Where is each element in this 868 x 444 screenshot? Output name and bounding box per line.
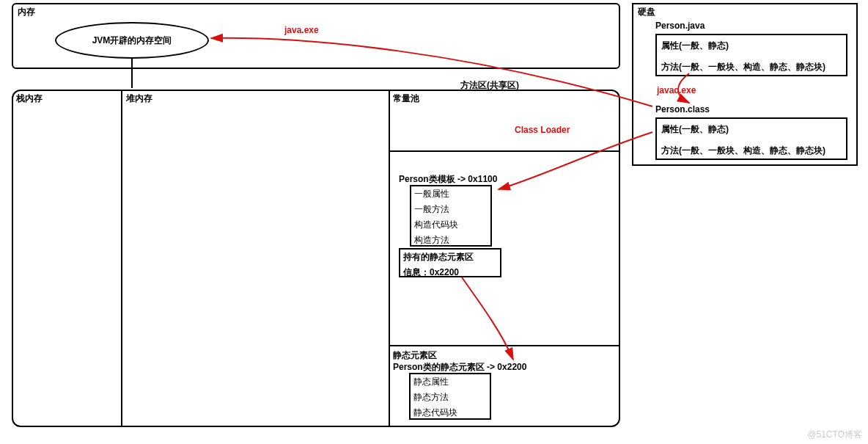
template-row-3: 构造代码块 (411, 217, 490, 233)
disk-box: 硬盘 Person.java 属性(一般、静态) 方法(一般、一般块、构造、静态… (632, 3, 858, 166)
static-row-1: 静态属性 (411, 374, 490, 390)
template-header: Person类模板 -> 0x1100 (399, 173, 497, 186)
memory-main-box (12, 90, 620, 427)
class-attrs-box: 属性(一般、静态) 方法(一般、一般块、构造、静态、静态块) (655, 117, 847, 160)
heap-divider (389, 90, 390, 427)
template-row-4: 构造方法 (411, 233, 490, 248)
static-row-2: 静态方法 (411, 390, 490, 405)
watermark: @51CTO博客 (807, 429, 862, 441)
person-class-label: Person.class (655, 104, 710, 114)
disk-title: 硬盘 (638, 6, 655, 18)
stack-divider (121, 90, 122, 427)
heap-label: 堆内存 (126, 92, 152, 105)
javac-exe-label: javac.exe (657, 85, 696, 95)
java-box1: 属性(一般、静态) (657, 35, 846, 57)
static-hold-box: 持有的静态元素区 信息：0x2200 (399, 248, 501, 277)
static-hold-info: 信息：0x2200 (400, 265, 500, 280)
class-box2: 方法(一般、一般块、构造、静态、静态块) (657, 140, 846, 161)
java-exe-label: java.exe (284, 25, 319, 35)
jvm-ellipse: JVM开辟的内存空间 (55, 22, 209, 59)
java-box2: 方法(一般、一般块、构造、静态、静态块) (657, 57, 846, 78)
class-loader-label: Class Loader (515, 125, 570, 135)
const-pool-divider (389, 150, 620, 152)
constant-pool-label: 常量池 (393, 92, 419, 105)
memory-title: 内存 (18, 6, 35, 18)
stack-label: 栈内存 (16, 92, 43, 105)
template-row-1: 一般属性 (411, 186, 490, 202)
static-hold-header: 持有的静态元素区 (400, 250, 500, 265)
jvm-ellipse-label: JVM开辟的内存空间 (92, 34, 172, 47)
static-rows-box: 静态属性 静态方法 静态代码块 (409, 373, 491, 420)
class-box1: 属性(一般、静态) (657, 119, 846, 140)
static-person-header: Person类的静态元素区 -> 0x2200 (393, 361, 526, 374)
java-attrs-box: 属性(一般、静态) 方法(一般、一般块、构造、静态、静态块) (655, 34, 847, 76)
static-row-3: 静态代码块 (411, 405, 490, 421)
template-row-2: 一般方法 (411, 202, 490, 217)
person-java-label: Person.java (655, 21, 705, 31)
static-area-title: 静态元素区 (393, 349, 437, 362)
template-box: 一般属性 一般方法 构造代码块 构造方法 (410, 185, 492, 247)
static-divider (389, 345, 620, 346)
